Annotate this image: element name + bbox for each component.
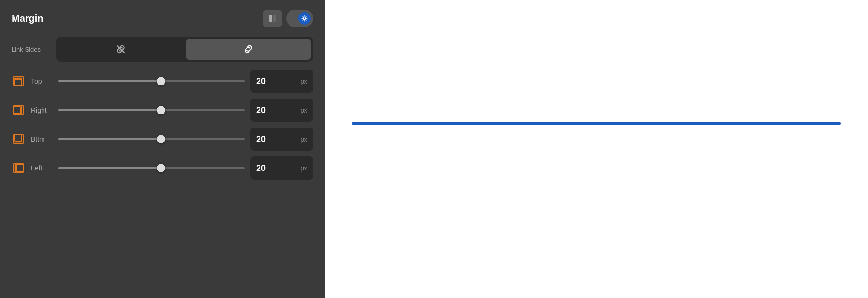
svg-rect-0: [269, 15, 272, 22]
panel-title: Margin: [12, 13, 43, 24]
svg-rect-5: [15, 79, 22, 85]
svg-rect-8: [14, 107, 20, 114]
right-unit: px: [300, 106, 307, 114]
panel-toggle-button[interactable]: [263, 10, 282, 27]
margin-row-right: Right 20 px: [12, 99, 313, 122]
top-unit: px: [300, 77, 307, 85]
unlink-icon: [116, 44, 126, 55]
svg-rect-1: [273, 15, 276, 22]
top-value-box: 20 px: [250, 70, 313, 93]
settings-toggle-button[interactable]: [286, 10, 313, 27]
top-value: 20: [256, 76, 292, 86]
right-margin-icon: [12, 103, 25, 117]
top-slider-container[interactable]: [58, 76, 245, 86]
right-slider-container[interactable]: [58, 105, 245, 115]
top-margin-icon: [12, 74, 25, 88]
panel-header: Margin: [12, 10, 313, 27]
bottom-label: Bttm: [31, 135, 53, 143]
right-label: Right: [31, 106, 53, 114]
bottom-value-box: 20 px: [250, 128, 313, 151]
margin-row-left: Left 20 px: [12, 156, 313, 180]
right-value-box: 20 px: [250, 99, 313, 122]
preview-line: [352, 122, 841, 125]
top-label: Top: [31, 77, 53, 85]
left-value-box: 20 px: [250, 156, 313, 180]
margin-row-bottom: Bttm 20 px: [12, 128, 313, 151]
margin-row-top: Top 20 px: [12, 70, 313, 93]
svg-rect-14: [16, 165, 23, 171]
left-slider-container[interactable]: [58, 163, 245, 173]
link-sides-label: Link Sides: [12, 46, 50, 53]
svg-point-2: [304, 17, 306, 20]
link-icon: [243, 44, 254, 55]
preview-panel: [325, 0, 868, 298]
left-margin-icon: [12, 161, 25, 175]
bottom-slider-container[interactable]: [58, 134, 245, 144]
header-controls: [263, 10, 313, 27]
bottom-value: 20: [256, 134, 292, 144]
left-value: 20: [256, 163, 292, 173]
panel-icon: [268, 14, 277, 23]
right-value: 20: [256, 105, 292, 115]
toggle-circle: [298, 12, 311, 25]
link-sides-row: Link Sides: [12, 37, 313, 62]
unlink-button[interactable]: [58, 39, 184, 60]
bottom-margin-icon: [12, 132, 25, 146]
bottom-unit: px: [300, 135, 307, 143]
left-label: Left: [31, 164, 53, 172]
svg-rect-11: [15, 134, 22, 141]
settings-icon: [301, 15, 308, 22]
link-button[interactable]: [186, 39, 311, 60]
link-sides-buttons: [56, 37, 313, 62]
margin-panel: Margin Link Sides: [0, 0, 325, 298]
left-unit: px: [300, 164, 307, 172]
